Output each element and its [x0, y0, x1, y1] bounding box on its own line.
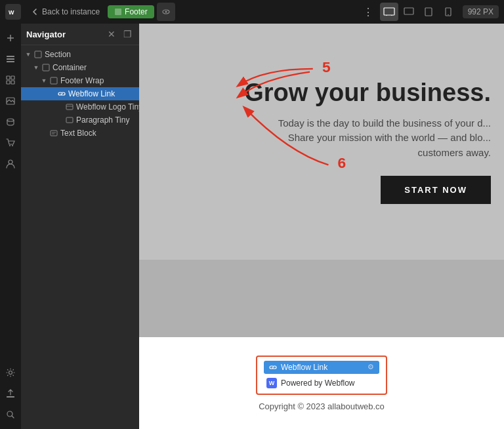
desktop-icon [404, 7, 414, 16]
footer-badge[interactable]: Footer [108, 5, 154, 18]
nav-item-webflow-link[interactable]: ▶ Webflow Link [21, 87, 139, 100]
nav-item-footer-wrap[interactable]: ▼ Footer Wrap [21, 74, 139, 87]
search-icon [5, 409, 16, 420]
expand-navigator-button[interactable]: ❐ [121, 28, 134, 41]
users-icon [5, 159, 16, 169]
svg-rect-26 [7, 396, 14, 398]
text-block-label: Text Block [60, 129, 96, 138]
webflow-link-label: Webflow Link [68, 89, 115, 98]
svg-point-3 [165, 11, 167, 13]
tablet-icon [425, 7, 432, 16]
svg-rect-17 [11, 76, 14, 79]
footer-badge-label: Footer [125, 7, 148, 16]
svg-rect-16 [7, 76, 10, 79]
nav-item-text-block[interactable]: ▶ Text Block [21, 127, 139, 140]
navigator-header-icons: ✕ ❐ [105, 28, 134, 41]
assets-button[interactable] [1, 92, 20, 110]
section-label: Section [45, 50, 71, 59]
webflow-widget-wrapper: Webflow Link ⚙ W Powered by Webflow [256, 356, 387, 395]
svg-rect-14 [7, 58, 14, 60]
svg-rect-4 [384, 8, 394, 15]
search-button[interactable] [1, 405, 20, 424]
eye-icon [161, 7, 171, 16]
back-label: Back to instance [42, 7, 100, 16]
footer-wrap-label: Footer Wrap [60, 76, 104, 85]
section-arrow: ▼ [25, 51, 32, 58]
cart-icon [5, 138, 16, 148]
webflow-powered-row: W Powered by Webflow [264, 377, 379, 390]
svg-rect-32 [66, 104, 73, 110]
image-icon [5, 96, 16, 106]
upload-icon [5, 388, 16, 399]
container-box-icon [41, 63, 51, 72]
canvas-area: Grow your business. Today is the day to … [139, 24, 504, 429]
link-icon-small [269, 363, 277, 371]
webflow-link-row-label: Webflow Link [281, 363, 327, 372]
svg-rect-15 [7, 61, 14, 62]
nav-item-container[interactable]: ▼ Container [21, 61, 139, 74]
paragraph-tiny-icon [65, 115, 74, 125]
mobile-icon [445, 7, 452, 16]
svg-point-10 [448, 14, 449, 16]
layers-button[interactable] [1, 50, 20, 68]
webflow-link-icon [57, 89, 66, 98]
svg-point-22 [9, 145, 10, 146]
top-bar: W Back to instance Footer ⋮ [0, 0, 504, 24]
publish-button[interactable] [1, 384, 20, 403]
webflow-link-row[interactable]: Webflow Link ⚙ [264, 361, 379, 374]
ecommerce-button[interactable] [1, 134, 20, 152]
gear-icon [5, 367, 16, 378]
px-display: 992 PX [463, 5, 499, 18]
add-element-button[interactable] [1, 29, 20, 47]
webflow-logo-tiny-icon [65, 102, 74, 112]
nav-item-webflow-logo-tiny[interactable]: ▶ Webflow Logo Tiny [21, 100, 139, 113]
gear-settings-icon[interactable]: ⚙ [368, 363, 374, 371]
navigator-title: Navigator [26, 30, 66, 39]
svg-rect-19 [11, 81, 14, 84]
section-box-icon [33, 50, 43, 59]
navigator-tree: ▼ Section ▼ Container ▼ Foote [21, 45, 139, 429]
svg-point-21 [7, 119, 14, 121]
canvas-hero-section: Grow your business. Today is the day to … [139, 24, 504, 260]
sidebar-icons [0, 24, 21, 429]
webflow-logo-tiny-label: Webflow Logo Tiny [76, 102, 139, 112]
view-icons-group [380, 3, 457, 21]
start-now-button[interactable]: START NOW [381, 176, 491, 204]
svg-point-24 [9, 160, 12, 164]
svg-rect-31 [51, 77, 57, 84]
settings-button[interactable] [1, 363, 20, 382]
webflow-w-logo: W [266, 378, 277, 388]
close-navigator-button[interactable]: ✕ [105, 28, 118, 41]
container-label: Container [52, 63, 87, 72]
preview-button[interactable] [157, 3, 175, 21]
users-button[interactable] [1, 155, 20, 173]
svg-rect-13 [7, 56, 14, 57]
back-arrow-icon [32, 8, 39, 16]
back-to-instance-button[interactable]: Back to instance [26, 5, 105, 19]
footer-wrap-box-icon [49, 76, 58, 85]
svg-rect-34 [51, 131, 57, 136]
svg-line-28 [12, 416, 14, 418]
desktop-view-button[interactable] [400, 3, 418, 21]
hero-subtitle: Today is the day to build the business o… [278, 116, 491, 161]
container-arrow: ▼ [33, 64, 39, 71]
tablet-view-button[interactable] [419, 3, 438, 21]
nav-item-section[interactable]: ▼ Section [21, 48, 139, 61]
svg-text:W: W [9, 9, 14, 16]
svg-rect-1 [115, 9, 121, 15]
navigator-header: Navigator ✕ ❐ [21, 24, 139, 45]
powered-by-label: Powered by Webflow [281, 378, 355, 388]
svg-rect-8 [425, 8, 432, 16]
svg-rect-33 [66, 117, 73, 123]
svg-rect-29 [35, 51, 41, 58]
navigator-panel: Navigator ✕ ❐ ▼ Section ▼ Contain [21, 24, 139, 429]
plus-icon [5, 33, 16, 43]
desktop-large-icon [383, 7, 395, 16]
cms-button[interactable] [1, 113, 20, 131]
more-options-button[interactable]: ⋮ [359, 6, 377, 18]
navigator-button[interactable] [1, 71, 20, 89]
nav-item-paragraph-tiny[interactable]: ▶ Paragraph Tiny [21, 113, 139, 127]
mobile-view-button[interactable] [439, 3, 457, 21]
canvas-footer-section: Webflow Link ⚙ W Powered by Webflow Copy… [139, 337, 504, 429]
desktop-large-view-button[interactable] [380, 3, 398, 21]
